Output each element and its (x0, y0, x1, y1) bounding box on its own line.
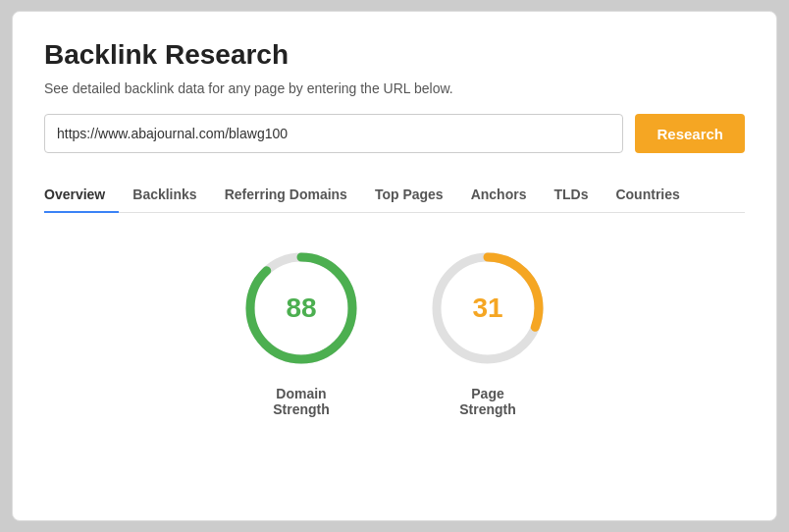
page-strength-metric: 31 PageStrength (424, 244, 552, 417)
research-button[interactable]: Research (635, 114, 745, 153)
tab-anchors[interactable]: Anchors (457, 177, 541, 212)
tab-backlinks[interactable]: Backlinks (119, 177, 210, 212)
tab-countries[interactable]: Countries (602, 177, 693, 212)
page-title: Backlink Research (44, 39, 745, 71)
domain-strength-label: DomainStrength (273, 386, 330, 417)
main-card: Backlink Research See detailed backlink … (12, 11, 777, 521)
tab-top-pages[interactable]: Top Pages (361, 177, 457, 212)
tabs-nav: Overview Backlinks Referring Domains Top… (44, 177, 745, 213)
domain-strength-value: 88 (286, 293, 316, 324)
domain-strength-metric: 88 DomainStrength (237, 244, 365, 417)
tab-referring-domains[interactable]: Referring Domains (211, 177, 361, 212)
search-row: Research (44, 114, 745, 153)
page-strength-circle: 31 (424, 244, 552, 372)
page-strength-label: PageStrength (459, 386, 516, 417)
page-strength-value: 31 (472, 293, 502, 324)
tab-overview[interactable]: Overview (44, 177, 119, 212)
domain-strength-circle: 88 (237, 244, 365, 372)
subtitle: See detailed backlink data for any page … (44, 80, 745, 96)
tab-tlds[interactable]: TLDs (540, 177, 602, 212)
metrics-row: 88 DomainStrength 31 PageStrength (44, 244, 745, 417)
url-input[interactable] (44, 114, 623, 153)
